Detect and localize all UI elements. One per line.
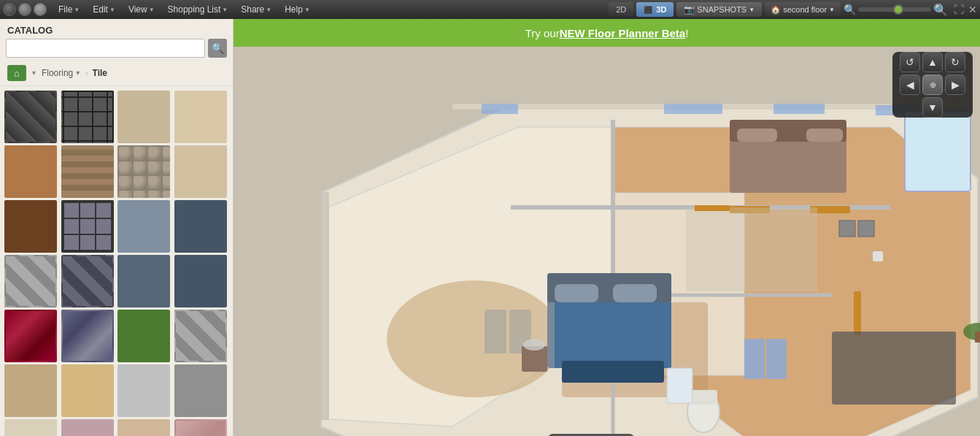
tile-item-t21[interactable] [4,364,57,417]
tile-item-t11[interactable] [117,200,170,253]
zoom-out-icon[interactable]: 🔍 [844,4,856,15]
reset-view-button[interactable]: ⊕ [922,74,943,95]
menu-view[interactable]: View ▼ [123,3,161,16]
svg-point-24 [387,280,562,397]
tile-item-t16[interactable] [174,255,227,307]
forward-button[interactable] [18,3,31,16]
tile-item-t4[interactable] [174,91,227,143]
pan-up-button[interactable]: ▲ [922,52,943,72]
zoom-slider[interactable] [858,7,931,12]
pan-right-button[interactable]: ▶ [945,74,965,95]
pan-left-button[interactable]: ◀ [900,74,920,95]
tile-item-t23[interactable] [117,364,170,417]
svg-rect-27 [686,207,817,291]
floor-arrow: ▼ [829,7,835,13]
floor-selector-button[interactable]: 🏠 second floor ▼ [765,2,841,17]
svg-rect-53 [839,221,855,237]
search-button[interactable]: 🔍 [208,39,227,58]
shopping-arrow: ▼ [222,7,228,13]
svg-rect-56 [695,205,730,211]
breadcrumb-home-arrow: ▼ [31,69,37,77]
pan-down-button[interactable]: ▼ [922,97,943,118]
search-row: 🔍 [0,39,233,62]
tile-item-t5[interactable] [4,145,57,198]
tile-item-t7[interactable] [117,145,170,198]
search-input[interactable] [6,39,205,58]
tile-item-t9[interactable] [4,200,57,253]
tile-item-t14[interactable] [61,255,114,307]
menu-edit[interactable]: Edit ▼ [87,3,121,16]
tile-item-t15[interactable] [117,255,170,307]
svg-rect-43 [905,111,971,191]
tile-item-t20[interactable] [174,310,227,362]
main-layout: CATALOG 🔍 ⌂ ▼ Flooring ▼ › Tile Try o [0,19,980,436]
tile-item-t6[interactable] [61,145,114,198]
promo-link[interactable]: NEW Floor Planner Beta [560,27,686,39]
fullscreen-icon[interactable]: ⛶ [954,4,964,15]
tile-item-t24[interactable] [174,364,227,417]
tile-item-t27[interactable] [117,419,170,436]
flooring-arrow: ▼ [74,69,81,77]
rotate-right-button[interactable]: ↻ [945,52,965,72]
menu-file[interactable]: File ▼ [53,3,85,16]
svg-rect-33 [562,361,664,383]
stairs-icon: 🏠 [771,5,781,15]
up-arrow-icon: ▲ [927,56,938,68]
tile-item-t26[interactable] [61,419,114,436]
tile-item-t17[interactable] [4,310,57,362]
tile-item-t25[interactable] [4,419,57,436]
search-icon: 🔍 [212,42,224,54]
home-icon: ⌂ [14,68,20,79]
home-breadcrumb-button[interactable]: ⌂ [7,65,26,81]
tile-item-t12[interactable] [174,200,227,253]
zoom-in-icon[interactable]: 🔍 [933,3,948,17]
svg-rect-17 [773,104,825,114]
promo-banner: Try our NEW Floor Planner Beta ! [234,19,980,47]
home-nav-button[interactable] [34,3,47,16]
exit-fullscreen-icon[interactable]: ✕ [968,4,977,15]
tile-item-t3[interactable] [117,91,170,143]
svg-rect-31 [613,284,657,302]
tile-grid [0,86,233,436]
menu-share[interactable]: Share ▼ [235,3,277,16]
svg-rect-42 [667,368,692,403]
center-icon: ⊕ [930,80,936,90]
tile-item-t2[interactable] [61,91,114,143]
rotate-left-button[interactable]: ↺ [900,52,920,72]
svg-rect-6 [452,104,613,110]
tile-item-t19[interactable] [117,310,170,362]
menu-bar: File ▼ Edit ▼ View ▼ Shopping List ▼ Sha… [0,0,980,19]
svg-rect-41 [690,390,717,405]
promo-text: Try our [525,27,560,39]
tile-item-t13[interactable] [4,255,57,307]
svg-rect-22 [766,339,787,379]
tile-item-t18[interactable] [61,310,114,362]
tile-item-t22[interactable] [61,364,114,417]
svg-marker-5 [321,193,328,419]
tile-item-t8[interactable] [174,145,227,198]
view-2d-button[interactable]: 2D [609,2,633,17]
promo-suffix: ! [685,27,688,39]
right-controls: 2D ⬛ 3D 📷 SNAPSHOTS ▼ 🏠 second floor ▼ 🔍… [609,2,977,17]
tile-item-t28[interactable] [174,419,227,436]
breadcrumb-flooring[interactable]: Flooring ▼ [42,68,81,78]
menu-help[interactable]: Help ▼ [279,3,316,16]
sidebar: CATALOG 🔍 ⌂ ▼ Flooring ▼ › Tile [0,19,234,436]
svg-marker-32 [555,302,671,368]
tile-item-t1[interactable] [4,91,57,143]
zoom-thumb[interactable] [893,4,903,15]
svg-rect-55 [873,251,883,261]
tile-item-t10[interactable] [61,200,114,253]
snapshots-button[interactable]: 📷 SNAPSHOTS ▼ [676,2,762,17]
svg-rect-21 [744,339,765,379]
logo-buttons [3,3,47,16]
back-button[interactable] [3,3,16,16]
view-3d-button[interactable]: ⬛ 3D [636,2,674,17]
svg-rect-30 [555,284,598,302]
edit-arrow: ▼ [109,7,115,13]
menu-shopping[interactable]: Shopping List ▼ [162,3,234,16]
viewport: Try our NEW Floor Planner Beta ! [234,19,980,436]
svg-rect-47 [975,332,980,343]
nav-bot-row: ▼ [922,97,943,118]
floor-plan-scene [234,47,980,436]
